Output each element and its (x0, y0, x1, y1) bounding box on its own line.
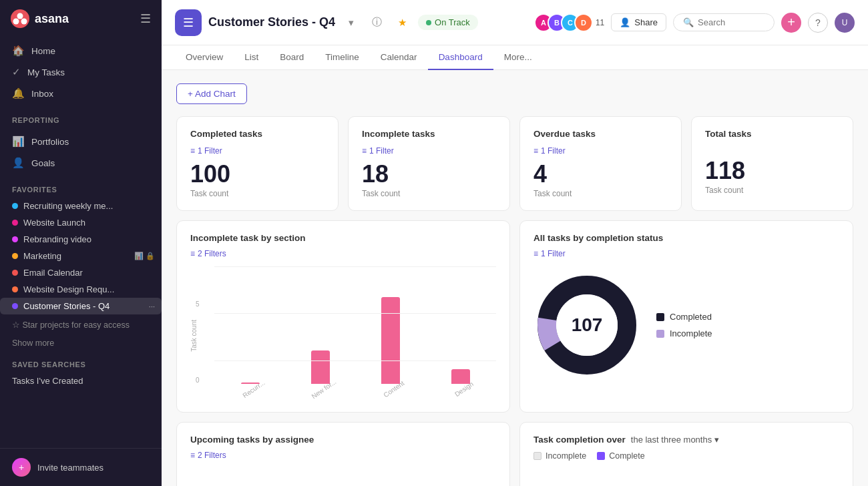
main-content: ☰ Customer Stories - Q4 ▾ ⓘ ★ On Track A… (162, 0, 868, 486)
sidebar-item-portfolios[interactable]: 📊 Portfolios (5, 131, 156, 152)
status-dot (426, 20, 431, 25)
stat-filter[interactable]: ≡ 1 Filter (190, 146, 222, 156)
fav-dot (12, 270, 18, 276)
bar-chart-title: Incomplete task by section (190, 233, 496, 243)
reporting-nav: 📊 Portfolios 👤 Goals (0, 128, 162, 176)
dropdown-chevron-button[interactable]: ▾ (342, 13, 361, 32)
invite-teammates-button[interactable]: + Invite teammates (0, 448, 162, 486)
assignee-card: Upcoming tasks by assignee ≡ 2 Filters (176, 422, 510, 486)
invite-label: Invite teammates (37, 463, 103, 473)
bottom-cards-row: Upcoming tasks by assignee ≡ 2 Filters T… (176, 422, 853, 486)
tab-board[interactable]: Board (269, 45, 314, 70)
chevron-down-icon: ▾ (714, 435, 719, 445)
info-button[interactable]: ⓘ (367, 13, 386, 32)
project-icon-button[interactable]: ☰ (175, 9, 202, 36)
sidebar-toggle-icon[interactable]: ☰ (140, 11, 151, 26)
legend-completed: Completed (656, 312, 712, 322)
stat-label: Task count (705, 186, 839, 195)
status-badge[interactable]: On Track (418, 15, 478, 30)
tab-timeline[interactable]: Timeline (314, 45, 370, 70)
sidebar-fav-recruiting[interactable]: Recruiting weekly me... (0, 198, 162, 214)
tab-more[interactable]: More... (493, 45, 543, 70)
stat-card-total: Total tasks 118 Task count (691, 116, 853, 211)
fav-dot (12, 303, 18, 309)
star-button[interactable]: ★ (393, 13, 411, 32)
search-input[interactable] (698, 17, 765, 27)
stat-card-overdue: Overdue tasks ≡ 1 Filter 4 Task count (519, 116, 682, 211)
bar-chart-filter[interactable]: ≡ 2 Filters (190, 249, 226, 258)
add-chart-button[interactable]: + Add Chart (176, 83, 247, 104)
completion-header: Task completion over the last three mont… (533, 435, 839, 445)
sidebar: asana ☰ 🏠 Home ✓ My Tasks 🔔 Inbox Report… (0, 0, 162, 486)
stat-filter[interactable]: ≡ 1 Filter (362, 146, 394, 156)
status-text: On Track (435, 17, 470, 27)
stat-card-title: Completed tasks (190, 129, 324, 139)
sidebar-fav-rebranding[interactable]: Rebranding video (0, 231, 162, 248)
donut-center-value: 107 (572, 314, 603, 336)
stat-card-incomplete: Incomplete tasks ≡ 1 Filter 18 Task coun… (348, 116, 510, 211)
fav-dot (12, 203, 18, 209)
stat-label: Task count (533, 189, 668, 198)
sidebar-fav-email-calendar[interactable]: Email Calendar (0, 264, 162, 281)
donut-chart: 107 (533, 272, 640, 379)
time-dropdown[interactable]: the last three months ▾ (631, 435, 719, 445)
sidebar-item-my-tasks[interactable]: ✓ My Tasks (5, 61, 156, 83)
stat-label: Task count (190, 189, 324, 198)
sidebar-fav-website-design[interactable]: Website Design Requ... (0, 281, 162, 298)
dashboard-content: + Add Chart Completed tasks ≡ 1 Filter 1… (162, 70, 868, 486)
tab-overview[interactable]: Overview (175, 45, 234, 70)
legend-complete: Complete (597, 451, 645, 461)
sidebar-nav: 🏠 Home ✓ My Tasks 🔔 Inbox (0, 37, 162, 107)
header-right: A B C D 11 👤 Share 🔍 + ? U (534, 13, 855, 33)
assignee-filter[interactable]: ≡ 2 Filters (190, 451, 226, 460)
tab-list[interactable]: List (234, 45, 269, 70)
sidebar-fav-customer-stories[interactable]: Customer Stories - Q4 ··· (0, 298, 162, 314)
help-button[interactable]: ? (808, 13, 828, 33)
tab-calendar[interactable]: Calendar (370, 45, 428, 70)
goals-icon: 👤 (12, 157, 25, 169)
fav-dot (12, 220, 18, 226)
completion-title: Task completion over (533, 435, 626, 445)
sidebar-item-goals[interactable]: 👤 Goals (5, 152, 156, 174)
legend-dot (656, 330, 664, 338)
legend-label: Completed (670, 312, 712, 322)
show-more-button[interactable]: Show more (0, 335, 162, 351)
time-label: the last three months (631, 435, 712, 445)
stat-value: 18 (362, 162, 496, 186)
legend-label: Incomplete (546, 451, 586, 461)
y-tick: 0 (196, 377, 200, 384)
project-title: Customer Stories - Q4 (208, 15, 335, 29)
search-icon: 🔍 (683, 17, 694, 27)
share-icon: 👤 (620, 17, 630, 27)
sidebar-item-home[interactable]: 🏠 Home (5, 40, 156, 61)
fav-extra-icons: 📊 🔒 (134, 252, 155, 260)
user-avatar[interactable]: U (835, 13, 855, 33)
filter-icon: ≡ (190, 249, 195, 258)
sidebar-fav-website-launch[interactable]: Website Launch (0, 214, 162, 231)
filter-icon: ≡ (190, 146, 195, 156)
favorites-section-title: Favorites (0, 176, 162, 198)
sidebar-fav-marketing[interactable]: Marketing 📊 🔒 (0, 248, 162, 264)
svg-point-2 (13, 19, 19, 25)
fav-label: Rebranding video (23, 234, 155, 244)
avatar-4: D (574, 13, 593, 32)
sidebar-item-label: My Tasks (27, 67, 65, 77)
sidebar-item-inbox[interactable]: 🔔 Inbox (5, 83, 156, 104)
y-tick: 5 (196, 300, 200, 308)
saved-search-tasks-created[interactable]: Tasks I've Created (0, 373, 162, 389)
share-button[interactable]: 👤 Share (611, 13, 666, 31)
svg-point-1 (17, 13, 23, 19)
add-button[interactable]: + (781, 13, 801, 33)
chart-cards-row: Incomplete task by section ≡ 2 Filters T… (176, 220, 853, 413)
bar-chart-card: Incomplete task by section ≡ 2 Filters T… (176, 220, 510, 413)
search-box[interactable]: 🔍 (673, 13, 775, 31)
fav-more-icon[interactable]: ··· (149, 302, 155, 310)
tab-dashboard[interactable]: Dashboard (428, 45, 493, 70)
reporting-section-title: Reporting (0, 107, 162, 128)
completion-card: Task completion over the last three mont… (519, 422, 853, 486)
check-icon: ✓ (12, 66, 21, 78)
donut-chart-filter[interactable]: ≡ 1 Filter (533, 249, 566, 258)
donut-legend: Completed Incomplete (656, 312, 712, 338)
stat-filter[interactable]: ≡ 1 Filter (533, 146, 566, 156)
donut-chart-card: All tasks by completion status ≡ 1 Filte… (519, 220, 853, 413)
